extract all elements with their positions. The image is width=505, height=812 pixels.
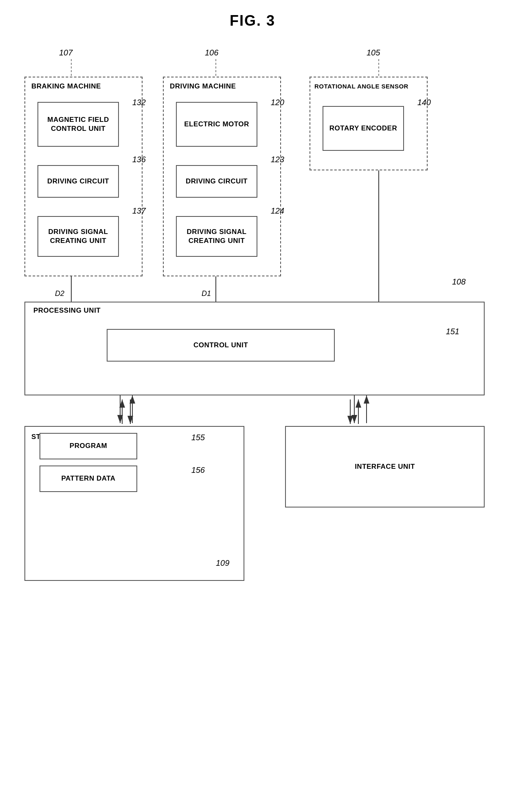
interface-unit-label: INTERFACE UNIT bbox=[355, 462, 415, 471]
driving-signal-creating-unit-driving-label: DRIVING SIGNAL CREATING UNIT bbox=[177, 227, 257, 245]
driving-circuit-braking-label: DRIVING CIRCUIT bbox=[47, 177, 109, 186]
ref-109: 109 bbox=[216, 558, 229, 568]
magnetic-field-control-unit-label: MAGNETIC FIELD CONTROL UNIT bbox=[38, 115, 118, 133]
driving-signal-creating-unit-braking-box: DRIVING SIGNAL CREATING UNIT bbox=[37, 216, 119, 257]
ref-106: 106 bbox=[205, 48, 218, 57]
ref-132: 132 bbox=[132, 98, 146, 107]
braking-machine-box: BRAKING MACHINE 132 MAGNETIC FIELD CONTR… bbox=[24, 77, 143, 276]
rotational-angle-sensor-label: ROTATIONAL ANGLE SENSOR bbox=[314, 82, 408, 90]
ref-123: 123 bbox=[271, 155, 284, 164]
rotary-encoder-box: ROTARY ENCODER bbox=[323, 106, 404, 151]
driving-circuit-driving-label: DRIVING CIRCUIT bbox=[186, 177, 248, 186]
driving-machine-label: DRIVING MACHINE bbox=[170, 82, 236, 90]
driving-circuit-braking-box: DRIVING CIRCUIT bbox=[37, 165, 119, 198]
pattern-data-box: PATTERN DATA bbox=[40, 466, 137, 492]
ref-156: 156 bbox=[191, 466, 205, 475]
electric-motor-box: ELECTRIC MOTOR bbox=[176, 102, 257, 147]
control-unit-label: CONTROL UNIT bbox=[193, 341, 248, 350]
control-unit-box: CONTROL UNIT bbox=[107, 329, 335, 362]
driving-machine-box: DRIVING MACHINE 120 ELECTRIC MOTOR 123 D… bbox=[163, 77, 281, 276]
program-label: PROGRAM bbox=[70, 441, 107, 450]
ref-120: 120 bbox=[271, 98, 284, 107]
ref-124: 124 bbox=[271, 206, 284, 216]
ref-155: 155 bbox=[191, 433, 205, 442]
rotary-encoder-label: ROTARY ENCODER bbox=[329, 124, 397, 133]
driving-signal-creating-unit-braking-label: DRIVING SIGNAL CREATING UNIT bbox=[38, 227, 118, 245]
magnetic-field-control-unit-box: MAGNETIC FIELD CONTROL UNIT bbox=[37, 102, 119, 147]
electric-motor-label: ELECTRIC MOTOR bbox=[184, 120, 249, 129]
pattern-data-label: PATTERN DATA bbox=[61, 474, 115, 483]
d1-label: D1 bbox=[202, 289, 211, 298]
ref-108: 108 bbox=[452, 277, 465, 287]
ref-151: 151 bbox=[446, 327, 459, 336]
program-box: PROGRAM bbox=[40, 433, 137, 459]
ref-105: 105 bbox=[367, 48, 380, 57]
processing-unit-label: PROCESSING UNIT bbox=[33, 307, 101, 315]
ref-140: 140 bbox=[417, 98, 431, 107]
processing-unit-box: PROCESSING UNIT 151 CONTROL UNIT bbox=[24, 302, 485, 395]
rotational-angle-sensor-box: ROTATIONAL ANGLE SENSOR 140 ROTARY ENCOD… bbox=[310, 77, 428, 170]
driving-circuit-driving-box: DRIVING CIRCUIT bbox=[176, 165, 257, 198]
interface-unit-box: INTERFACE UNIT bbox=[285, 426, 485, 508]
storage-unit-box: STORAGE UNIT PROGRAM 155 PATTERN DATA 15… bbox=[24, 426, 244, 581]
ref-107: 107 bbox=[59, 48, 72, 57]
d2-label: D2 bbox=[55, 289, 64, 298]
braking-machine-label: BRAKING MACHINE bbox=[31, 82, 101, 90]
driving-signal-creating-unit-driving-box: DRIVING SIGNAL CREATING UNIT bbox=[176, 216, 257, 257]
ref-136: 136 bbox=[132, 155, 146, 164]
ref-137: 137 bbox=[132, 206, 146, 216]
page-title: FIG. 3 bbox=[0, 0, 505, 29]
